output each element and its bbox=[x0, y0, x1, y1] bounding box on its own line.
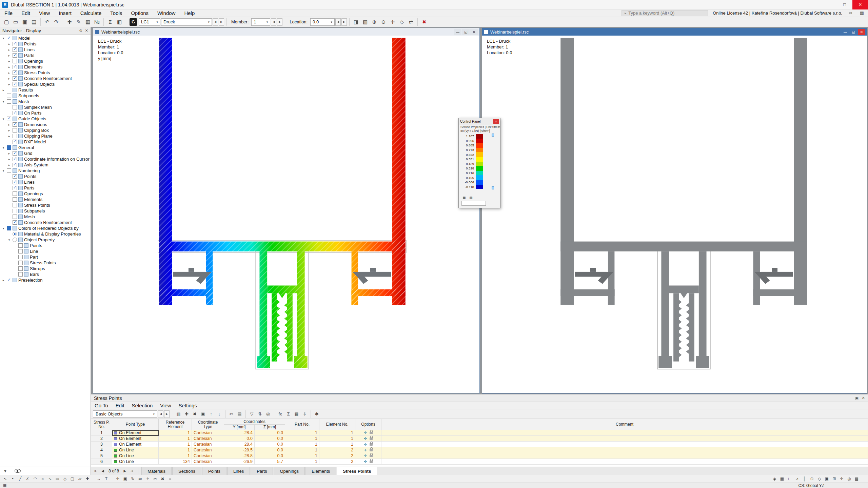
control-panel-titlebar[interactable]: Control Panel ✕ bbox=[459, 118, 500, 125]
checkbox[interactable] bbox=[13, 151, 17, 156]
tree-item-on-parts[interactable]: On Parts bbox=[0, 110, 91, 116]
coordinate-system-icon[interactable]: ▣ bbox=[823, 475, 830, 482]
tree-item-clipping-box[interactable]: ▸Clipping Box bbox=[0, 127, 91, 133]
tree-item-guide-objects[interactable]: ▾Guide Objects bbox=[0, 116, 91, 122]
cell-options[interactable]: ✛ bbox=[355, 436, 381, 442]
cell-part-no[interactable]: 1 bbox=[285, 453, 319, 459]
insert-row-icon[interactable]: ✚ bbox=[183, 410, 191, 418]
cell-number[interactable]: 1 bbox=[91, 430, 112, 436]
zoom-out-icon[interactable]: ⊖ bbox=[379, 18, 388, 26]
table-row[interactable]: 4On Line1Cartesian-28.50.012✛ bbox=[91, 447, 868, 453]
cell-point-type[interactable]: On Line bbox=[112, 459, 159, 465]
zoom-window-icon[interactable]: ▧ bbox=[361, 18, 370, 26]
checkbox[interactable] bbox=[7, 117, 11, 121]
import-icon[interactable]: ⇓ bbox=[301, 410, 309, 418]
table-row[interactable]: 1On Element1Cartesian-28.40.011✛ bbox=[91, 430, 868, 436]
polyline-tool-icon[interactable]: ∠ bbox=[24, 475, 31, 482]
cell-coordinate-type[interactable]: Cartesian bbox=[192, 453, 224, 459]
child-restore-button[interactable]: ◱ bbox=[850, 29, 857, 35]
work-plane-icon[interactable]: ◇ bbox=[816, 475, 823, 482]
checkbox[interactable] bbox=[13, 53, 17, 58]
cell-part-no[interactable]: 1 bbox=[285, 430, 319, 436]
snap-center-icon[interactable]: ◎ bbox=[846, 475, 853, 482]
last-page-button[interactable]: ⇥ bbox=[128, 468, 135, 474]
checkbox[interactable] bbox=[13, 59, 17, 63]
move-row-up-icon[interactable]: ↑ bbox=[207, 410, 215, 418]
cell-comment[interactable] bbox=[381, 442, 868, 447]
tree-expander-icon[interactable]: ▸ bbox=[7, 65, 11, 69]
move-row-down-icon[interactable]: ↓ bbox=[215, 410, 223, 418]
col-header-coordinates[interactable]: Coordinates bbox=[224, 419, 285, 425]
circle-tool-icon[interactable]: ○ bbox=[39, 475, 46, 482]
checkbox[interactable] bbox=[13, 134, 17, 138]
checkbox[interactable] bbox=[13, 140, 17, 144]
tree-item-stress-points[interactable]: Stress Points bbox=[0, 260, 91, 266]
col-header-options[interactable]: Options bbox=[355, 419, 381, 430]
cell-reference-element[interactable]: 1 bbox=[159, 447, 192, 453]
checkbox[interactable] bbox=[7, 226, 11, 230]
tree-item-concrete-reinforcement[interactable]: Concrete Reinforcement bbox=[0, 220, 91, 225]
table-menu-view[interactable]: View bbox=[156, 402, 175, 409]
checkbox[interactable] bbox=[7, 145, 11, 150]
checkbox[interactable] bbox=[13, 180, 17, 184]
tree-item-bars[interactable]: Bars bbox=[0, 271, 91, 277]
radio-button[interactable] bbox=[13, 232, 17, 236]
tree-expander-icon[interactable]: ▾ bbox=[7, 238, 11, 242]
tree-expander-icon[interactable]: ▸ bbox=[7, 123, 11, 126]
location-prev-button[interactable]: ◀ bbox=[335, 18, 341, 26]
snap-points-icon[interactable]: ◈ bbox=[771, 475, 778, 482]
stress-profile-view[interactable] bbox=[158, 36, 407, 372]
cell-comment[interactable] bbox=[381, 453, 868, 459]
pan-view-icon[interactable]: ✛ bbox=[388, 18, 397, 26]
tree-item-dimensions[interactable]: ▸Dimensions bbox=[0, 122, 91, 127]
tree-expander-icon[interactable]: ▾ bbox=[1, 100, 5, 103]
checkbox[interactable] bbox=[18, 272, 23, 277]
cell-reference-element[interactable]: 1 bbox=[159, 453, 192, 459]
cell-point-type[interactable]: On Element bbox=[112, 430, 159, 436]
find-icon[interactable]: ◎ bbox=[264, 410, 272, 418]
lock-icon[interactable] bbox=[370, 443, 373, 446]
ortho-mode-icon[interactable]: ∟ bbox=[786, 475, 793, 482]
graphic-results-icon[interactable]: ◨ bbox=[352, 18, 360, 26]
tree-item-coordinate-information-on-cursor[interactable]: ▸Coordinate Information on Cursor bbox=[0, 156, 91, 162]
menu-edit[interactable]: Edit bbox=[17, 9, 35, 17]
checkbox[interactable] bbox=[13, 203, 17, 207]
lock-icon[interactable] bbox=[370, 449, 373, 451]
trim-tool-icon[interactable]: ✂ bbox=[152, 475, 159, 482]
table-menu-go-to[interactable]: Go To bbox=[91, 402, 112, 409]
member-prev-button[interactable]: ◀ bbox=[271, 18, 276, 26]
element-tool-icon[interactable]: ▱ bbox=[76, 475, 83, 482]
prev-page-button[interactable]: ◀ bbox=[99, 468, 106, 474]
tree-item-axis-system[interactable]: ▸Axis System bbox=[0, 162, 91, 168]
checkbox[interactable] bbox=[13, 82, 17, 86]
checkbox[interactable] bbox=[13, 105, 17, 109]
tree-expander-icon[interactable]: ▸ bbox=[7, 77, 11, 80]
viewport-canvas-section[interactable]: LC1 - DruckMember: 1Location: 0.0 bbox=[482, 36, 867, 393]
support-move-icon[interactable]: ✛ bbox=[364, 442, 367, 446]
tree-expander-icon[interactable]: ▾ bbox=[1, 146, 5, 149]
table-row[interactable]: 2On Element1Cartesian0.00.011✛ bbox=[91, 436, 868, 442]
delete-row-icon[interactable]: ✖ bbox=[191, 410, 199, 418]
col-header-coordinate-type[interactable]: CoordinateType bbox=[192, 419, 224, 430]
cell-z-coordinate[interactable]: 0.0 bbox=[255, 430, 285, 436]
menu-calculate[interactable]: Calculate bbox=[76, 9, 106, 17]
tab-openings[interactable]: Openings bbox=[274, 467, 305, 475]
cell-z-coordinate[interactable]: 0.0 bbox=[255, 453, 285, 459]
opening-tool-icon[interactable]: ▢ bbox=[69, 475, 76, 482]
cell-z-coordinate[interactable]: 0.0 bbox=[255, 447, 285, 453]
function-icon[interactable]: fx bbox=[276, 410, 284, 418]
tree-item-simplex-mesh[interactable]: Simplex Mesh bbox=[0, 104, 91, 110]
child-window-titlebar[interactable]: Webinarbeispiel.rsc — ◱ ✕ bbox=[482, 28, 867, 36]
divide-tool-icon[interactable]: ÷ bbox=[144, 475, 151, 482]
tree-expander-icon[interactable]: ▸ bbox=[7, 83, 11, 86]
tree-item-elements[interactable]: Elements bbox=[0, 197, 91, 202]
panel-display-options-icon[interactable]: ▦ bbox=[461, 195, 467, 200]
sort-icon[interactable]: ⇅ bbox=[256, 410, 264, 418]
tree-item-parts[interactable]: ▸Parts bbox=[0, 53, 91, 58]
new-objects-icon[interactable]: ✚ bbox=[65, 18, 74, 26]
edit-objects-icon[interactable]: ✎ bbox=[74, 18, 83, 26]
child-window-titlebar[interactable]: Webinarbeispiel.rsc — ◱ ✕ bbox=[93, 28, 479, 36]
checkbox[interactable] bbox=[13, 209, 17, 213]
support-move-icon[interactable]: ✛ bbox=[364, 431, 367, 435]
tree-item-points[interactable]: Points bbox=[0, 243, 91, 248]
